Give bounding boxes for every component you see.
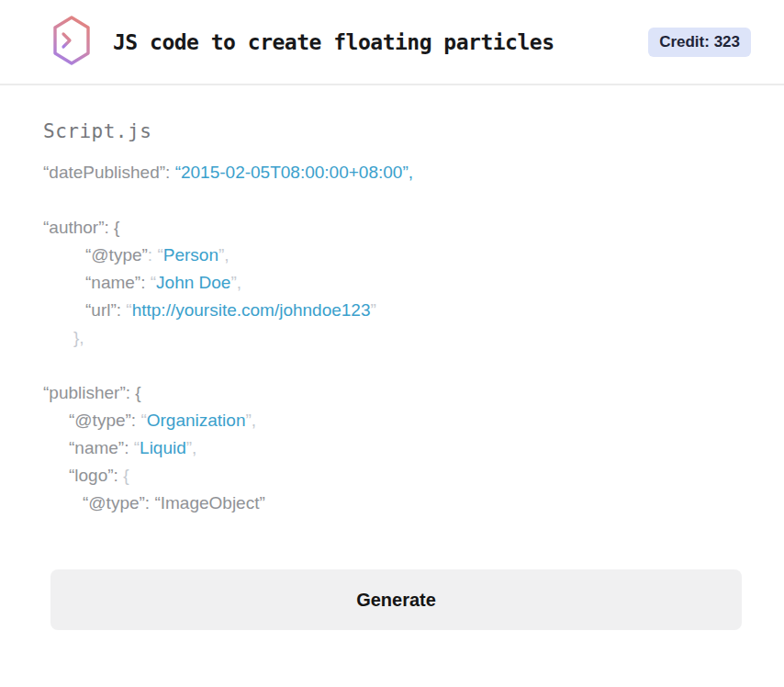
- code-token-punc: {: [123, 466, 129, 485]
- code-token-key: “name”: [85, 273, 140, 292]
- page-title: JS code to create floating particles: [113, 30, 648, 54]
- code-token-key: “@type”: [69, 411, 131, 430]
- code-token-key: :: [117, 300, 127, 320]
- app-logo: [50, 17, 93, 68]
- code-token-key: “author”: {: [43, 218, 119, 237]
- code-token-key: “publisher”: {: [43, 383, 141, 402]
- code-blank-line: [43, 352, 742, 379]
- code-line: “@type”: “ImageObject”: [43, 490, 742, 517]
- code-token-key: “logo”: [69, 466, 114, 485]
- code-line: “publisher”: {: [43, 379, 742, 407]
- code-line: “name”: “Liquid”,: [43, 434, 742, 462]
- code-token-key: “@type”: [85, 245, 148, 265]
- code-token-punc: },: [73, 328, 84, 347]
- code-token-punc: ”,: [186, 438, 197, 457]
- code-line: “datePublished”: “2015-02-05T08:00:00+08…: [43, 159, 742, 186]
- code-token-punc: ”,: [245, 411, 256, 430]
- code-token-value: Liquid: [140, 438, 186, 457]
- terminal-prompt-hexagon-icon: [50, 15, 93, 70]
- code-token-key: :: [131, 411, 141, 430]
- code-token-key: “name”: [69, 438, 124, 457]
- code-line: “name”: “John Doe”,: [43, 269, 742, 297]
- code-token-key: :: [114, 466, 124, 485]
- code-line: “author”: {: [43, 214, 742, 242]
- code-line: “@type”: “Organization”,: [43, 407, 742, 434]
- code-token-punc: ”,: [218, 245, 230, 265]
- code-token-value: Organization: [147, 411, 246, 430]
- code-token-value: John Doe: [156, 273, 230, 292]
- code-token-key: “@type”: “ImageObject”: [83, 493, 265, 512]
- code-token-key: :: [124, 438, 134, 457]
- code-token-value: “2015-02-05T08:00:00+08:00”,: [175, 163, 413, 182]
- code-token-key: “url”: [85, 300, 117, 320]
- code-output: “datePublished”: “2015-02-05T08:00:00+08…: [43, 159, 742, 517]
- code-line: “@type”: “Person”,: [43, 242, 742, 269]
- file-name-heading: Script.js: [43, 120, 742, 142]
- code-token-value: http://yoursite.com/johndoe123: [132, 300, 371, 320]
- code-token-value: Person: [163, 245, 218, 265]
- code-line: },: [43, 324, 742, 352]
- generate-button[interactable]: Generate: [50, 569, 742, 630]
- code-token-punc: :: [148, 245, 158, 265]
- code-token-key: :: [140, 273, 151, 292]
- header: JS code to create floating particles Cre…: [0, 0, 784, 85]
- code-line: “url”: “http://yoursite.com/johndoe123”: [43, 297, 742, 324]
- code-token-punc: ”: [371, 300, 376, 320]
- code-line: “logo”: {: [43, 462, 742, 490]
- code-token-key: “datePublished”:: [43, 163, 175, 182]
- code-token-punc: ”,: [230, 273, 241, 292]
- code-blank-line: [43, 186, 742, 214]
- credit-badge: Credit: 323: [648, 28, 751, 57]
- main-content: Script.js “datePublished”: “2015-02-05T0…: [0, 85, 784, 630]
